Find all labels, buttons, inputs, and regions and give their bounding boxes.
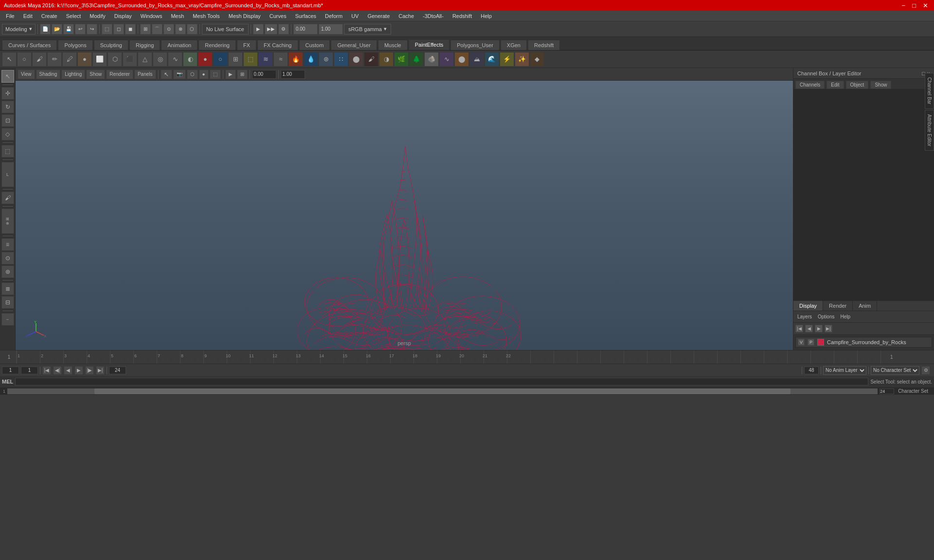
- menu-mesh-tools[interactable]: Mesh Tools: [189, 12, 223, 20]
- layer-visibility-toggle[interactable]: V: [798, 339, 805, 346]
- collapse-button[interactable]: −: [1, 313, 14, 326]
- menu-3dtoall[interactable]: -3DtoAll-: [419, 12, 448, 20]
- render-current-button[interactable]: ▶: [253, 24, 264, 35]
- play-forward-button[interactable]: ▶: [74, 366, 83, 375]
- current-frame-input[interactable]: [21, 367, 38, 374]
- layer-nav-last[interactable]: ▶|: [825, 325, 832, 332]
- render-layer-button[interactable]: ⊙: [1, 252, 14, 264]
- show-tab[interactable]: Show: [870, 81, 891, 89]
- snap-curve-button[interactable]: ⌒: [152, 24, 162, 35]
- extra-tool-2[interactable]: ⊟: [1, 296, 14, 309]
- menu-edit[interactable]: Edit: [19, 12, 36, 20]
- anim-layer-button[interactable]: ⊛: [1, 265, 14, 278]
- shelf-glow-icon[interactable]: ✨: [515, 52, 529, 67]
- step-forward-button[interactable]: |▶: [85, 366, 94, 375]
- renderer-menu-button[interactable]: Renderer: [106, 70, 133, 79]
- display-tab[interactable]: Display: [793, 301, 823, 311]
- range-slider[interactable]: [7, 388, 878, 394]
- shelf-blue-sphere-icon[interactable]: ○: [213, 52, 228, 67]
- shelf-cylinder-icon[interactable]: ⬡: [108, 52, 122, 67]
- vp-resolution-button[interactable]: ⊞: [237, 70, 248, 79]
- snap-point-button[interactable]: ⊙: [163, 24, 174, 35]
- channels-tab[interactable]: Channels: [795, 81, 825, 89]
- select-by-hierarchy-button[interactable]: ⬚: [102, 24, 112, 35]
- shelf-cube-icon[interactable]: ⬛: [123, 52, 137, 67]
- show-menu-button[interactable]: Show: [86, 70, 105, 79]
- layer-row[interactable]: V P Campfire_Surrounded_by_Rocks: [795, 337, 932, 348]
- menu-generate[interactable]: Generate: [363, 12, 394, 20]
- play-backward-button[interactable]: ◀: [64, 366, 72, 375]
- vp-render-button[interactable]: ▶: [225, 70, 236, 79]
- menu-modify[interactable]: Modify: [86, 12, 109, 20]
- shelf-hair-icon[interactable]: ≋: [258, 52, 273, 67]
- shelf-material-icon[interactable]: ◑: [379, 52, 394, 67]
- layer-nav-next[interactable]: ▶: [815, 325, 823, 332]
- move-tool-button[interactable]: ✢: [1, 87, 14, 100]
- value1-input[interactable]: [296, 26, 315, 32]
- tab-redshift[interactable]: Redshift: [528, 40, 560, 50]
- menu-surfaces[interactable]: Surfaces: [291, 12, 320, 20]
- new-file-button[interactable]: 📄: [40, 24, 51, 35]
- shelf-brush-icon[interactable]: 🖊: [62, 52, 77, 67]
- menu-file[interactable]: File: [2, 12, 18, 20]
- shelf-swirl-icon[interactable]: ⊛: [319, 52, 333, 67]
- input-value-1[interactable]: [293, 24, 318, 35]
- go-to-start-button[interactable]: |◀: [42, 366, 51, 375]
- tab-sculpting[interactable]: Sculpting: [94, 40, 128, 50]
- menu-mesh-display[interactable]: Mesh Display: [225, 12, 265, 20]
- menu-uv[interactable]: UV: [347, 12, 362, 20]
- shelf-lightning-icon[interactable]: ⚡: [500, 52, 514, 67]
- display-layer-button[interactable]: ≡: [1, 238, 14, 251]
- menu-select[interactable]: Select: [62, 12, 85, 20]
- tab-painteffects[interactable]: PaintEffects: [409, 39, 450, 50]
- snap-grid-button[interactable]: ⊞: [140, 24, 151, 35]
- step-back-button[interactable]: ◀|: [53, 366, 62, 375]
- modeling-dropdown[interactable]: Modeling ▾: [2, 24, 36, 35]
- value2-input[interactable]: [321, 26, 341, 32]
- menu-windows[interactable]: Windows: [137, 12, 166, 20]
- object-tab[interactable]: Object: [846, 81, 869, 89]
- tab-muscle[interactable]: Muscle: [378, 40, 408, 50]
- shelf-torus-icon[interactable]: ◎: [153, 52, 167, 67]
- shelf-ocean-icon[interactable]: 🌊: [485, 52, 499, 67]
- layers-menu[interactable]: Layers: [795, 313, 814, 320]
- menu-mesh[interactable]: Mesh: [167, 12, 188, 20]
- shelf-cone-icon[interactable]: △: [138, 52, 152, 67]
- layer-playback-toggle[interactable]: P: [808, 339, 814, 346]
- select-tool-button[interactable]: ↖: [1, 70, 14, 83]
- shading-menu-button[interactable]: Shading: [36, 70, 61, 79]
- options-menu[interactable]: Options: [816, 313, 836, 320]
- vp-select-button[interactable]: ↖: [161, 70, 172, 79]
- tab-xgen[interactable]: XGen: [501, 40, 527, 50]
- redo-button[interactable]: ↪: [87, 24, 97, 35]
- close-button[interactable]: ✕: [921, 2, 930, 9]
- shelf-nurbs-icon[interactable]: ◐: [183, 52, 198, 67]
- shelf-plane-icon[interactable]: ⬜: [92, 52, 107, 67]
- undo-button[interactable]: ↩: [75, 24, 86, 35]
- select-component-button[interactable]: ◼: [125, 24, 136, 35]
- shelf-extra1-icon[interactable]: ◆: [530, 52, 544, 67]
- tab-animation[interactable]: Animation: [161, 40, 198, 50]
- view-menu-button[interactable]: View: [18, 70, 35, 79]
- render-settings-button[interactable]: ⚙: [278, 24, 289, 35]
- maximize-button[interactable]: □: [910, 2, 918, 9]
- shelf-cloth-icon[interactable]: ≈: [273, 52, 288, 67]
- shelf-rock-icon[interactable]: 🪨: [424, 52, 439, 67]
- vp-bounding-button[interactable]: ⬚: [210, 70, 221, 79]
- range-end-frame-input[interactable]: [109, 367, 126, 374]
- tab-polygons[interactable]: Polygons: [58, 40, 92, 50]
- shelf-brush2-icon[interactable]: 🖌: [364, 52, 378, 67]
- range-end-input[interactable]: [880, 388, 894, 394]
- open-file-button[interactable]: 📂: [52, 24, 62, 35]
- fps-display[interactable]: [804, 367, 819, 374]
- menu-curves[interactable]: Curves: [266, 12, 290, 20]
- shelf-grid-icon[interactable]: ⊞: [228, 52, 243, 67]
- tab-polygons-user[interactable]: Polygons_User: [450, 40, 500, 50]
- shelf-particles-icon[interactable]: ∷: [334, 52, 348, 67]
- char-set-select[interactable]: No Character Set: [871, 366, 919, 375]
- attribute-editor-label[interactable]: Attribute Editor: [925, 110, 934, 151]
- shelf-mountain-icon[interactable]: ⛰: [469, 52, 484, 67]
- layer-color-swatch[interactable]: [817, 339, 824, 346]
- select-object-button[interactable]: ◻: [113, 24, 124, 35]
- command-input[interactable]: [15, 378, 868, 385]
